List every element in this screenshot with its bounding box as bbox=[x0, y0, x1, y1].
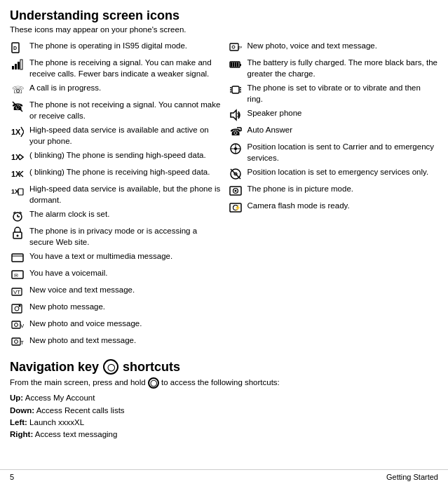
svg-text:1X: 1X bbox=[11, 128, 21, 136]
camera-flash-icon: ⚡ bbox=[228, 201, 243, 214]
svg-point-65 bbox=[234, 190, 236, 192]
list-item: The phone is set to vibrate or to vibrat… bbox=[228, 83, 439, 105]
nav-shortcuts-list: Up: Access My AccountDown: Access Recent… bbox=[10, 392, 438, 441]
list-item: ⚡Camera flash mode is ready. bbox=[228, 201, 439, 214]
right-column: PVTNew photo, voice and text message.The… bbox=[228, 41, 439, 352]
svg-rect-13 bbox=[18, 189, 23, 195]
list-item: VTNew voice and text message. bbox=[10, 285, 221, 298]
list-item: 1X( blinking) The phone is sending high-… bbox=[10, 150, 221, 163]
entry-text: New photo, voice and text message. bbox=[247, 41, 439, 52]
speaker-phone-icon bbox=[228, 108, 243, 121]
list-item: The phone is receiving a signal. You can… bbox=[10, 58, 221, 79]
svg-rect-3 bbox=[15, 64, 17, 69]
footer-page-number: 5 bbox=[10, 473, 14, 481]
new-voice-text-icon: VT bbox=[10, 285, 25, 298]
list-item: Position location is set to emergency se… bbox=[228, 167, 439, 180]
nav-shortcut-text: Access My Account bbox=[23, 394, 95, 402]
nav-key-inline-icon: ◯ bbox=[148, 377, 159, 389]
entry-text: Position location is set to emergency se… bbox=[247, 167, 439, 178]
entry-text: New photo message. bbox=[29, 302, 221, 313]
nav-shortcut-label: Down: bbox=[10, 406, 34, 415]
svg-rect-33 bbox=[12, 338, 20, 345]
entry-text: ( blinking) The phone is sending high-sp… bbox=[29, 150, 221, 161]
list-item: ✉You have a voicemail. bbox=[10, 268, 221, 281]
svg-rect-5 bbox=[20, 60, 22, 69]
list-item: Position location is sent to Carrier and… bbox=[228, 142, 439, 163]
highspeed-dormant-icon: 1X bbox=[10, 184, 25, 197]
page-subtitle: These icons may appear on your phone's s… bbox=[10, 25, 438, 34]
new-photo-voice-icon: V bbox=[10, 318, 25, 332]
svg-point-20 bbox=[17, 235, 19, 237]
svg-rect-42 bbox=[233, 62, 235, 67]
svg-text:⚡: ⚡ bbox=[234, 204, 241, 211]
position-carrier-icon bbox=[228, 142, 243, 155]
nav-title-prefix: Navigation key bbox=[10, 360, 99, 375]
list-item: ☎The phone is not receiving a signal. Yo… bbox=[10, 100, 221, 121]
nav-shortcuts-title: Navigation key ◯ shortcuts bbox=[10, 359, 438, 375]
list-item: The phone is in privacy mode or is acces… bbox=[10, 226, 221, 248]
entry-text: The phone is in privacy mode or is acces… bbox=[29, 226, 221, 248]
highspeed-sending-icon: 1X bbox=[10, 150, 25, 163]
highspeed-available-icon: 1X bbox=[10, 125, 25, 138]
signal-icon bbox=[10, 58, 25, 71]
svg-rect-41 bbox=[231, 62, 233, 67]
svg-text:1X: 1X bbox=[11, 153, 21, 161]
entry-text: The phone is set to vibrate or to vibrat… bbox=[247, 83, 439, 105]
nav-shortcut-text: Access text messaging bbox=[33, 430, 117, 438]
svg-rect-45 bbox=[232, 86, 239, 93]
entry-text: High-speed data service is available, bu… bbox=[29, 184, 221, 206]
svg-rect-43 bbox=[235, 62, 237, 67]
svg-rect-44 bbox=[237, 62, 239, 67]
svg-point-28 bbox=[15, 307, 19, 311]
new-photo-text-icon: T bbox=[10, 335, 25, 349]
nav-description: From the main screen, press and hold ◯ t… bbox=[10, 377, 438, 389]
entry-text: You have a text or multimedia message. bbox=[29, 251, 221, 262]
list-item: The phone is in picture mode. bbox=[228, 184, 439, 197]
list-item: Speaker phone bbox=[228, 108, 439, 121]
nav-shortcut-item: Left: Launch xxxxXL bbox=[10, 417, 438, 429]
entry-text: The battery is fully charged. The more b… bbox=[247, 58, 439, 79]
entry-text: ( blinking) The phone is receiving high-… bbox=[29, 167, 221, 178]
navigation-shortcuts-section: Navigation key ◯ shortcutsFrom the main … bbox=[10, 359, 438, 441]
entry-text: New photo and text message. bbox=[29, 335, 221, 347]
new-photo-message-icon bbox=[10, 302, 25, 315]
svg-point-37 bbox=[232, 46, 235, 48]
auto-answer-icon: ☎ bbox=[228, 125, 243, 138]
list-item: PVTNew photo, voice and text message. bbox=[228, 41, 439, 54]
entry-text: A call is in progress. bbox=[29, 83, 221, 94]
voicemail-icon: ✉ bbox=[10, 268, 25, 281]
list-item: ☏A call is in progress. bbox=[10, 83, 221, 96]
svg-rect-40 bbox=[240, 64, 241, 66]
svg-point-34 bbox=[15, 340, 18, 344]
svg-rect-30 bbox=[12, 321, 20, 328]
call-in-progress-icon: ☏ bbox=[10, 83, 25, 96]
list-item: 1X( blinking) The phone is receiving hig… bbox=[10, 167, 221, 180]
svg-marker-52 bbox=[231, 110, 236, 120]
highspeed-receiving-icon: 1X bbox=[10, 167, 25, 180]
nav-shortcut-item: Up: Access My Account bbox=[10, 392, 438, 404]
is95-icon: D bbox=[10, 41, 25, 54]
nav-title-suffix: shortcuts bbox=[123, 360, 180, 375]
list-item: ☎Auto Answer bbox=[228, 125, 439, 138]
list-item: New photo message. bbox=[10, 302, 221, 315]
list-item: TNew photo and text message. bbox=[10, 335, 221, 349]
svg-text:☎: ☎ bbox=[230, 127, 241, 137]
svg-rect-4 bbox=[18, 62, 20, 69]
vibrate-ring-icon bbox=[228, 83, 243, 96]
nav-shortcut-label: Up: bbox=[10, 394, 23, 402]
entry-text: High-speed data service is available and… bbox=[29, 125, 221, 147]
nav-shortcut-label: Right: bbox=[10, 430, 33, 438]
svg-text:D: D bbox=[13, 46, 17, 51]
nav-shortcut-text: Access Recent calls lists bbox=[34, 406, 124, 415]
entry-text: New photo and voice message. bbox=[29, 318, 221, 330]
svg-rect-21 bbox=[12, 254, 23, 262]
nav-shortcut-item: Down: Access Recent calls lists bbox=[10, 405, 438, 417]
svg-point-59 bbox=[234, 147, 237, 150]
left-column: DThe phone is operating in IS95 digital … bbox=[10, 41, 221, 352]
svg-text:✉: ✉ bbox=[14, 273, 18, 278]
svg-text:PVT: PVT bbox=[238, 46, 242, 51]
nav-shortcut-text: Launch xxxxXL bbox=[27, 418, 84, 426]
entry-text: Auto Answer bbox=[247, 125, 439, 136]
entry-text: The phone is receiving a signal. You can… bbox=[29, 58, 221, 79]
svg-rect-2 bbox=[12, 66, 14, 69]
